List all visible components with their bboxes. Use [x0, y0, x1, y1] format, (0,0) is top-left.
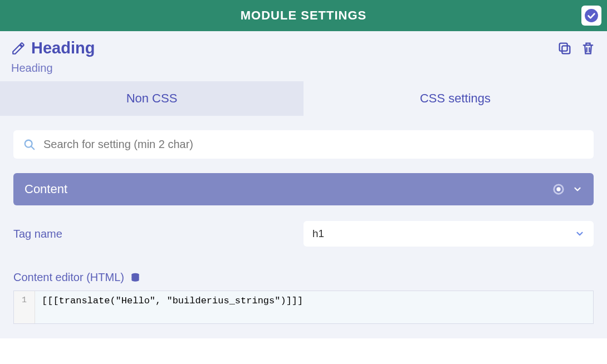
panel-header: MODULE SETTINGS [0, 0, 607, 31]
module-title: Heading [31, 39, 95, 57]
chevron-down-icon [572, 184, 582, 194]
chevron-down-icon [575, 229, 585, 239]
section-title: Content [25, 182, 67, 196]
tag-name-select[interactable]: h1 [303, 221, 594, 247]
panel-title: MODULE SETTINGS [241, 8, 366, 23]
svg-rect-2 [560, 43, 567, 51]
check-circle-icon [584, 8, 599, 23]
tabs: Non CSS CSS settings [0, 81, 607, 116]
search-icon [23, 139, 36, 151]
edit-icon[interactable] [11, 41, 26, 56]
section-content[interactable]: Content [13, 173, 594, 205]
content-editor-label: Content editor (HTML) [13, 271, 594, 284]
trash-icon[interactable] [580, 41, 596, 56]
radio-icon [552, 183, 565, 195]
svg-point-0 [585, 9, 598, 22]
svg-line-4 [31, 146, 35, 149]
code-editor[interactable]: 1 [[[translate("Hello", "builderius_stri… [13, 291, 594, 324]
confirm-button[interactable] [581, 6, 601, 26]
tag-name-label: Tag name [13, 228, 303, 240]
panel-body: Content Tag name h1 Content edit [0, 116, 607, 338]
search-bar [13, 130, 594, 159]
module-subtitle: Heading [11, 62, 596, 75]
tag-name-value: h1 [312, 228, 324, 240]
search-input[interactable] [43, 138, 584, 151]
line-number: 1 [14, 291, 35, 323]
tab-non-css[interactable]: Non CSS [0, 81, 303, 116]
database-icon[interactable] [130, 272, 141, 283]
svg-rect-1 [562, 46, 570, 53]
tab-css-settings[interactable]: CSS settings [303, 81, 607, 116]
code-line-1[interactable]: [[[translate("Hello", "builderius_string… [35, 291, 593, 323]
tag-name-row: Tag name h1 [13, 221, 594, 247]
svg-point-6 [556, 187, 560, 191]
module-settings-panel: MODULE SETTINGS Heading [0, 0, 607, 338]
duplicate-icon[interactable] [557, 41, 572, 56]
module-info: Heading Heading [0, 31, 607, 81]
